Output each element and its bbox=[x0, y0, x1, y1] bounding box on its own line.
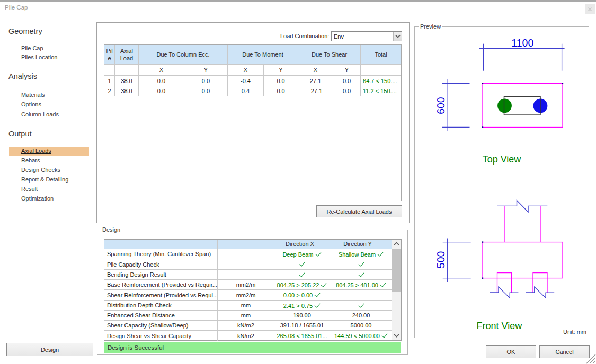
svg-text:Top View: Top View bbox=[483, 154, 522, 165]
svg-text:1100: 1100 bbox=[511, 37, 533, 49]
svg-text:Front View: Front View bbox=[477, 321, 523, 331]
svg-text:600: 600 bbox=[435, 97, 447, 114]
svg-text:500: 500 bbox=[435, 251, 447, 268]
